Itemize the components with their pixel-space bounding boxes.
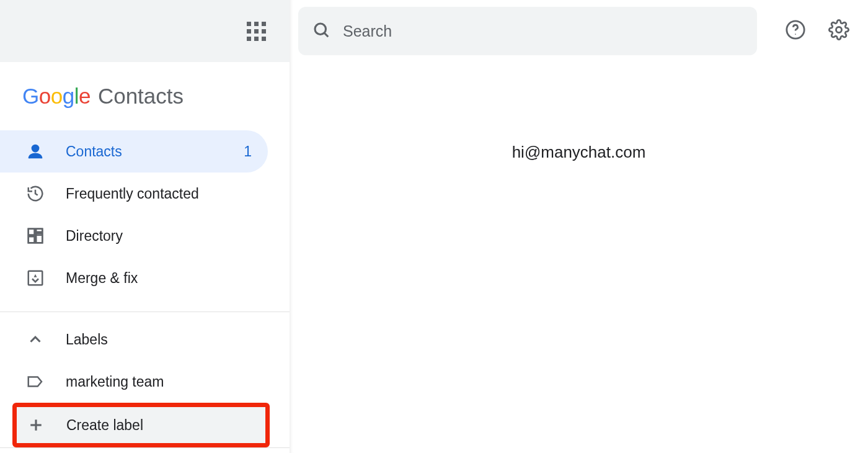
brand: G o o g l e Contacts [0, 62, 290, 130]
nav-item-label: Merge & fix [66, 270, 252, 287]
google-logo: G o o g l e [22, 84, 91, 109]
merge-fix-icon [26, 269, 66, 287]
label-item-label: marketing team [66, 374, 252, 390]
directory-icon [26, 226, 66, 245]
main: hi@manychat.com [290, 0, 868, 453]
nav-item-count: 1 [244, 143, 252, 160]
sidebar: G o o g l e Contacts Contacts 1 [0, 0, 290, 453]
nav-item-label: Frequently contacted [66, 186, 252, 202]
nav-item-label: Contacts [66, 143, 244, 160]
settings-gear-icon[interactable] [828, 19, 849, 43]
nav-item-contacts[interactable]: Contacts 1 [0, 130, 268, 173]
create-label-text: Create label [66, 417, 249, 434]
nav-item-frequently-contacted[interactable]: Frequently contacted [0, 173, 268, 215]
history-icon [26, 184, 66, 203]
svg-line-8 [324, 33, 328, 37]
create-label-highlight: Create label [12, 403, 270, 447]
topbar [290, 0, 868, 62]
divider [0, 312, 290, 312]
nav-item-merge-fix[interactable]: Merge & fix [0, 257, 268, 299]
labels-header[interactable]: Labels [0, 318, 268, 361]
svg-point-0 [32, 145, 38, 151]
help-icon[interactable] [785, 19, 806, 43]
svg-point-11 [836, 27, 841, 32]
app-root: G o o g l e Contacts Contacts 1 [0, 0, 868, 453]
labels-header-label: Labels [66, 331, 252, 348]
contact-email: hi@manychat.com [512, 143, 646, 162]
search-input[interactable] [343, 22, 743, 40]
nav: Contacts 1 Frequently contacted [0, 130, 290, 299]
brand-product: Contacts [98, 84, 184, 109]
nav-item-directory[interactable]: Directory [0, 215, 268, 257]
svg-point-10 [795, 34, 796, 35]
search-box[interactable] [298, 7, 757, 55]
person-icon [26, 142, 66, 161]
labels-section: Labels marketing team [0, 318, 290, 403]
create-label-button[interactable]: Create label [17, 407, 265, 443]
sidebar-topbar [0, 0, 290, 62]
svg-point-7 [315, 24, 326, 35]
top-actions [785, 19, 849, 43]
plus-icon [27, 416, 66, 434]
nav-item-label: Directory [66, 228, 252, 244]
content-area: hi@manychat.com [290, 62, 868, 453]
divider [0, 447, 290, 448]
search-icon [312, 20, 330, 42]
chevron-up-icon [26, 330, 66, 349]
label-item[interactable]: marketing team [0, 361, 268, 403]
apps-grid-icon[interactable] [241, 16, 271, 46]
label-tag-icon [26, 372, 66, 391]
